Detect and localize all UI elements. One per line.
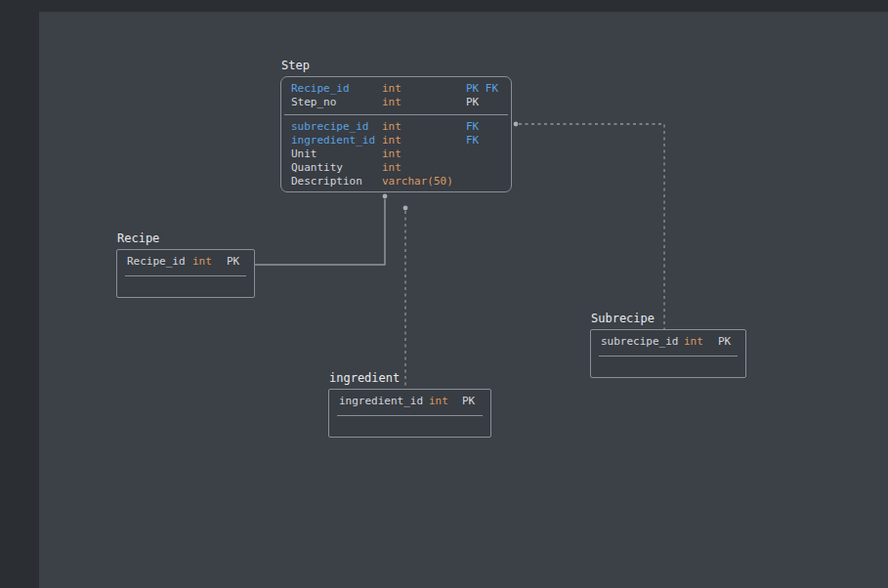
column-type: varchar(50) xyxy=(382,175,466,189)
column-key-flags: PK FK xyxy=(466,82,511,96)
table-title: Recipe xyxy=(117,231,255,246)
column-key-flags xyxy=(466,147,511,161)
column-key-flags: PK xyxy=(466,96,511,109)
row-divider xyxy=(337,415,483,416)
table-row: Descriptionvarchar(50) xyxy=(281,175,511,189)
column-name: Description xyxy=(291,175,382,189)
table-row: subrecipe_idintFK xyxy=(281,120,511,134)
column-type: int xyxy=(382,96,466,109)
table-box: Recipe_idintPK FKStep_nointPKsubrecipe_i… xyxy=(280,76,512,192)
table-row: ingredient_idintFK xyxy=(281,134,511,147)
column-key-flags: PK xyxy=(718,335,745,349)
table-row: Recipe_idintPK xyxy=(117,255,254,269)
column-key-flags: PK xyxy=(462,395,490,408)
column-key-flags xyxy=(466,161,511,175)
table-row: Recipe_idintPK FK xyxy=(281,82,511,96)
column-type: int xyxy=(382,82,466,96)
column-key-flags: FK xyxy=(466,134,511,147)
table-row: Unitint xyxy=(281,147,511,161)
column-name: ingredient_id xyxy=(291,134,382,147)
table-box: ingredient_idintPK xyxy=(328,389,491,438)
column-key-flags: FK xyxy=(466,120,511,134)
table-box: Recipe_idintPK xyxy=(116,249,255,298)
table-row: subrecipe_idintPK xyxy=(591,335,745,349)
table-step[interactable]: StepRecipe_idintPK FKStep_nointPKsubreci… xyxy=(280,58,512,192)
column-type: int xyxy=(382,134,466,147)
table-row: Step_nointPK xyxy=(281,96,511,109)
table-title: ingredient xyxy=(329,370,491,386)
column-type: int xyxy=(382,147,466,161)
column-type: int xyxy=(192,255,227,269)
column-type: int xyxy=(429,395,462,408)
table-row: Quantityint xyxy=(281,161,511,175)
column-name: Recipe_id xyxy=(291,82,382,96)
table-title: Step xyxy=(281,58,512,73)
column-name: subrecipe_id xyxy=(291,120,382,134)
column-name: ingredient_id xyxy=(339,395,429,408)
column-type: int xyxy=(382,161,466,175)
column-key-flags xyxy=(466,175,511,189)
row-divider xyxy=(125,275,246,276)
column-type: int xyxy=(684,335,718,349)
table-subrecipe[interactable]: Subrecipesubrecipe_idintPK xyxy=(590,311,746,378)
column-key-flags: PK xyxy=(227,255,254,269)
column-name: Quantity xyxy=(291,161,382,175)
column-name: Recipe_id xyxy=(127,255,192,269)
column-name: Step_no xyxy=(291,96,382,109)
column-name: subrecipe_id xyxy=(601,335,684,349)
er-diagram: StepRecipe_idintPK FKStep_nointPKsubreci… xyxy=(0,0,888,588)
column-type: int xyxy=(382,120,466,134)
table-recipe[interactable]: RecipeRecipe_idintPK xyxy=(116,231,255,298)
column-name: Unit xyxy=(291,147,382,161)
table-ingredient[interactable]: ingredientingredient_idintPK xyxy=(328,370,491,438)
row-divider xyxy=(284,114,508,115)
table-box: subrecipe_idintPK xyxy=(590,329,746,378)
table-row: ingredient_idintPK xyxy=(329,395,490,408)
row-divider xyxy=(599,356,738,357)
table-title: Subrecipe xyxy=(591,311,746,326)
